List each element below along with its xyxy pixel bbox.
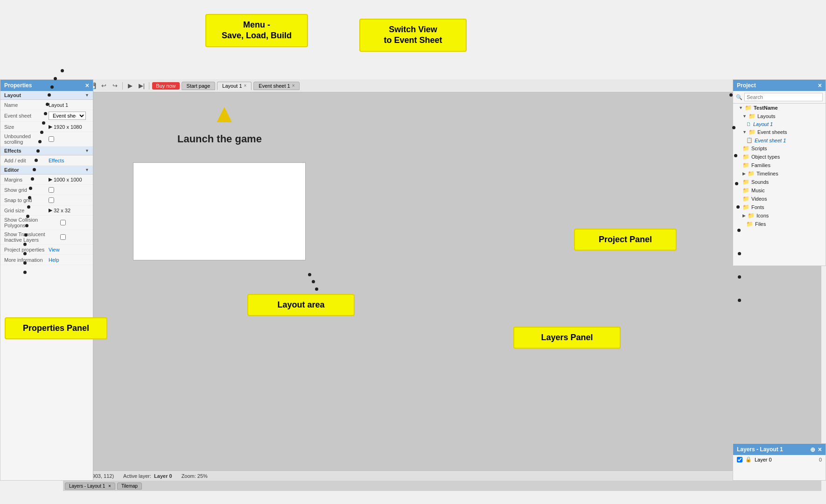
tree-item-files[interactable]: 📁 Files [733, 220, 826, 228]
size-label: Size [4, 124, 49, 130]
tree-label-files: Files [755, 221, 766, 227]
redo-icon[interactable]: ↪ [110, 81, 119, 91]
tree-item-eventsheet1[interactable]: 📋 Event sheet 1 [733, 136, 826, 144]
undo-icon[interactable]: ↩ [99, 81, 108, 91]
tree-item-sounds[interactable]: 📁 Sounds [733, 178, 826, 186]
dot-15 [28, 196, 31, 199]
dot-22 [23, 261, 27, 265]
buy-now-button[interactable]: Buy now [152, 82, 179, 90]
event-sheet-dropdown[interactable]: Event sheet 1 [49, 112, 86, 120]
play-debug-icon[interactable]: ▶| [137, 81, 146, 91]
event-sheet-icon: 📋 [746, 137, 753, 143]
folder-icon-timelines: 📁 [748, 170, 755, 177]
project-panel-title: Project [737, 82, 756, 89]
project-panel: Project × 🔍 ▼ 📁 TestName ▼ 📁 Layouts 🗋 L… [733, 79, 826, 266]
layers-panel-close[interactable]: × [818, 446, 822, 453]
more-information-row: More information Help [0, 255, 93, 265]
tree-item-objecttypes[interactable]: 📁 Object types [733, 153, 826, 161]
tree-item-families[interactable]: 📁 Families [733, 161, 826, 169]
layer-0-number: 0 [819, 457, 822, 462]
dot-r6 [737, 229, 741, 232]
tree-item-timelines[interactable]: ▶ 📁 Timelines [733, 169, 826, 178]
project-properties-label: Project properties [4, 247, 49, 252]
unbounded-checkbox[interactable] [49, 136, 54, 142]
layers-panel-title: Layers - Layout 1 [737, 446, 783, 453]
snap-to-grid-checkbox[interactable] [49, 197, 54, 203]
dot-17 [26, 215, 29, 218]
project-panel-header: Project × [733, 80, 826, 91]
margins-row: Margins ▶ 1000 x 1000 [0, 175, 93, 185]
layout-viewport [133, 162, 306, 260]
name-label: Name [4, 102, 49, 108]
grid-size-row: Grid size ▶ 32 x 32 [0, 205, 93, 216]
start-page-tab[interactable]: Start page [182, 82, 216, 90]
properties-panel-close[interactable]: × [85, 82, 89, 89]
more-information-label: More information [4, 257, 49, 263]
tree-item-eventsheets[interactable]: ▼ 📁 Event sheets [733, 128, 826, 136]
tree-arrow-timelines: ▶ [742, 171, 746, 176]
event-sheet1-tab-close[interactable]: × [292, 83, 295, 88]
add-edit-label: Add / edit [4, 158, 49, 163]
add-edit-row: Add / edit Effects [0, 155, 93, 166]
layers-tab-close[interactable]: × [108, 483, 111, 489]
layout-section-header[interactable]: Layout ▼ [0, 91, 93, 100]
show-collision-checkbox[interactable] [60, 220, 66, 225]
folder-icon-families: 📁 [742, 162, 749, 168]
show-grid-checkbox[interactable] [49, 187, 54, 193]
project-panel-annotation: Project Panel [574, 229, 677, 251]
layout1-tab-close[interactable]: × [244, 83, 247, 88]
play-icon[interactable]: ▶ [126, 81, 135, 91]
tree-item-scripts[interactable]: 📁 Scripts [733, 144, 826, 153]
tree-label-fonts: Fonts [751, 204, 764, 210]
tree-label-testname: TestName [754, 105, 778, 111]
launch-game-annotation: Launch the game [177, 133, 262, 145]
unbounded-label: Unbounded scrolling [4, 133, 49, 145]
dot-16 [27, 205, 30, 209]
folder-icon-layouts: 📁 [749, 113, 756, 119]
dot-b3 [315, 287, 318, 291]
tree-arrow-testname: ▼ [739, 105, 743, 110]
effects-section-arrow: ▼ [85, 148, 89, 153]
layers-panel-add-icon[interactable]: ⊕ [810, 446, 815, 453]
tree-label-scripts: Scripts [751, 146, 767, 151]
tree-item-music[interactable]: 📁 Music [733, 186, 826, 195]
dot-r1 [729, 93, 733, 97]
project-panel-close[interactable]: × [818, 82, 822, 89]
dot-9 [38, 140, 42, 143]
more-information-link[interactable]: Help [49, 257, 89, 263]
tilemap-tab[interactable]: Tilemap [117, 483, 142, 490]
dot-13 [31, 177, 34, 181]
tree-item-icons[interactable]: ▶ 📁 Icons [733, 211, 826, 220]
project-properties-link[interactable]: View [49, 247, 89, 252]
project-search-input[interactable] [744, 93, 823, 101]
tree-item-layouts[interactable]: ▼ 📁 Layouts [733, 112, 826, 120]
layer-0-row[interactable]: 🔒 Layer 0 0 [733, 455, 826, 464]
dot-18 [25, 224, 28, 227]
folder-icon-eventsheets: 📁 [749, 129, 756, 135]
event-sheet1-tab[interactable]: Event sheet 1 × [253, 82, 300, 90]
tree-item-testname[interactable]: ▼ 📁 TestName [733, 104, 826, 112]
effects-section-header[interactable]: Effects ▼ [0, 147, 93, 155]
layout1-tab[interactable]: Layout 1 × [217, 82, 252, 90]
search-icon: 🔍 [736, 94, 742, 100]
launch-arrow-icon: ▲ [211, 100, 237, 126]
add-edit-link[interactable]: Effects [49, 158, 89, 163]
dot-5 [46, 103, 49, 106]
show-translucent-checkbox[interactable] [60, 234, 66, 240]
layers-layout1-tab[interactable]: Layers - Layout 1 × [65, 483, 115, 490]
separator-2 [149, 82, 149, 90]
tree-label-layouts: Layouts [757, 113, 776, 119]
properties-panel-header: Properties × [0, 80, 93, 91]
tree-item-videos[interactable]: 📁 Videos [733, 195, 826, 203]
zoom-level: Zoom: 25% [182, 473, 208, 479]
project-properties-row: Project properties View [0, 245, 93, 255]
tree-item-layout1[interactable]: 🗋 Layout 1 [733, 120, 826, 128]
dot-19 [24, 233, 28, 237]
layers-panel: Layers - Layout 1 ⊕ × 🔒 Layer 0 0 [733, 443, 826, 481]
dot-r9 [738, 299, 741, 302]
layers-panel-header: Layers - Layout 1 ⊕ × [733, 444, 826, 455]
layer-0-visible-checkbox[interactable] [737, 457, 742, 462]
tree-item-fonts[interactable]: 📁 Fonts [733, 203, 826, 211]
layer-0-name: Layer 0 [755, 457, 816, 462]
editor-section-header[interactable]: Editor ▼ [0, 166, 93, 175]
